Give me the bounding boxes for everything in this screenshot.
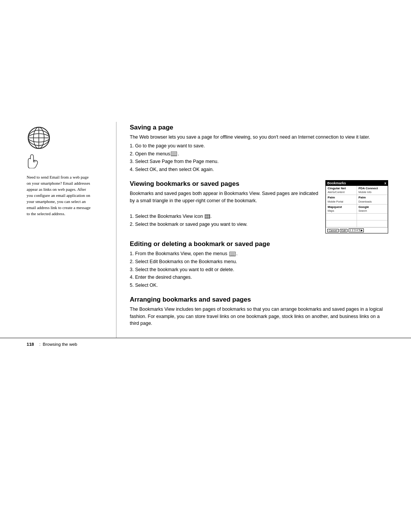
bookmarks-cell-empty-2 bbox=[357, 214, 388, 220]
viewing-title: Viewing bookmarks or saved pages bbox=[130, 180, 320, 188]
saving-intro: The Web browser lets you save a page for… bbox=[130, 134, 388, 141]
arranging-section: Arranging bookmarks and saved pages The … bbox=[130, 296, 388, 327]
svg-line-7 bbox=[33, 161, 36, 162]
footer-text: Browsing the web bbox=[43, 342, 77, 347]
arranging-text: The Bookmarks View includes ten pages of… bbox=[130, 306, 388, 327]
viewing-step-2: 2. Select the bookmark or saved page you… bbox=[130, 221, 320, 228]
viewing-body: Bookmarks and saved pages both appear in… bbox=[130, 190, 320, 228]
editing-step-4: 4. Enter the desired changes. bbox=[130, 274, 388, 281]
viewing-step-1: 1. Select the Bookmarks View icon . bbox=[130, 213, 320, 220]
bookmarks-cell-5: Mapquest Maps bbox=[326, 204, 357, 214]
viewing-section: Viewing bookmarks or saved pages Bookmar… bbox=[130, 180, 388, 233]
page: Need to send Email from a web page on yo… bbox=[0, 0, 411, 532]
bookmarks-footer: Cancel Edit 1 2 3 4 5 ▶ bbox=[326, 227, 388, 233]
viewing-intro: Bookmarks and saved pages both appear in… bbox=[130, 190, 320, 204]
page-footer: 118 : Browsing the web bbox=[0, 338, 411, 350]
editing-section: Editing or deleting a bookmark or saved … bbox=[130, 240, 388, 289]
editing-step-5: 5. Select OK. bbox=[130, 282, 388, 289]
bookmarks-widget-header: Bookmarks x bbox=[326, 181, 388, 186]
arranging-title: Arranging bookmarks and saved pages bbox=[130, 296, 388, 304]
saving-title: Saving a page bbox=[130, 124, 388, 131]
viewing-steps: 1. Select the Bookmarks View icon . 2. S… bbox=[130, 213, 320, 228]
sidebar-text: Need to send Email from a web page on yo… bbox=[27, 174, 93, 217]
footer-page-number: 118 bbox=[27, 342, 34, 347]
saving-step-2: 2. Open the menus. bbox=[130, 150, 388, 158]
saving-section: Saving a page The Web browser lets you s… bbox=[130, 124, 388, 173]
bookmarks-edit-btn[interactable]: Edit bbox=[340, 229, 347, 232]
hand-icon bbox=[27, 154, 39, 170]
editing-steps: 1. From the Bookmarks View, open the men… bbox=[130, 250, 388, 289]
bookmarks-pages: 1 2 3 4 5 ▶ bbox=[349, 228, 364, 232]
globe-icon bbox=[27, 126, 51, 152]
viewing-text: Viewing bookmarks or saved pages Bookmar… bbox=[130, 180, 320, 233]
bookmarks-cell-6: Google Search bbox=[357, 204, 388, 214]
bookmarks-widget-title: Bookmarks bbox=[327, 181, 346, 185]
saving-body: The Web browser lets you save a page for… bbox=[130, 134, 388, 173]
bookmarks-widget-close: x bbox=[384, 181, 386, 185]
menu-icon-editing bbox=[229, 252, 236, 256]
bookmarks-widget: Bookmarks x Cingular Net Alerts/Content … bbox=[325, 180, 388, 233]
saving-step-4: 4. Select OK, and then select OK again. bbox=[130, 166, 388, 173]
bookmarks-cancel-btn[interactable]: Cancel bbox=[327, 229, 339, 232]
bookmarks-cell-2: PDA Connect Mobile Info bbox=[357, 186, 388, 195]
bookmarks-cell-3: Palm Mobile Portal bbox=[326, 195, 357, 204]
saving-step-1: 1. Go to the page you want to save. bbox=[130, 142, 388, 150]
bookmarks-cell-empty-4 bbox=[357, 220, 388, 227]
editing-step-2: 2. Select Edit Bookmarks on the Bookmark… bbox=[130, 258, 388, 265]
left-sidebar: Need to send Email from a web page on yo… bbox=[0, 122, 114, 338]
bookmarks-grid: Cingular Net Alerts/Content PDA Connect … bbox=[326, 186, 388, 227]
editing-step-1: 1. From the Bookmarks View, open the men… bbox=[130, 250, 388, 257]
arranging-body: The Bookmarks View includes ten pages of… bbox=[130, 306, 388, 327]
vertical-divider bbox=[116, 122, 116, 338]
menu-icon-saving bbox=[171, 152, 177, 156]
editing-body: 1. From the Bookmarks View, open the men… bbox=[130, 250, 388, 289]
footer-separator: : bbox=[39, 342, 40, 347]
editing-title: Editing or deleting a bookmark or saved … bbox=[130, 240, 388, 248]
bookmarks-cell-4: Palm Downloads bbox=[357, 195, 388, 204]
top-whitespace bbox=[0, 0, 411, 122]
bookmarks-cell-1: Cingular Net Alerts/Content bbox=[326, 186, 357, 195]
editing-step-3: 3. Select the bookmark you want to edit … bbox=[130, 266, 388, 273]
grid-view-icon bbox=[205, 214, 210, 219]
saving-step-3: 3. Select Save Page from the Page menu. bbox=[130, 158, 388, 165]
bottom-whitespace bbox=[0, 350, 411, 532]
main-content: Need to send Email from a web page on yo… bbox=[0, 122, 411, 338]
bookmarks-cell-empty-1 bbox=[326, 214, 357, 220]
right-content: Saving a page The Web browser lets you s… bbox=[118, 122, 411, 338]
saving-steps: 1. Go to the page you want to save. 2. O… bbox=[130, 142, 388, 173]
bookmarks-cell-empty-3 bbox=[326, 220, 357, 227]
